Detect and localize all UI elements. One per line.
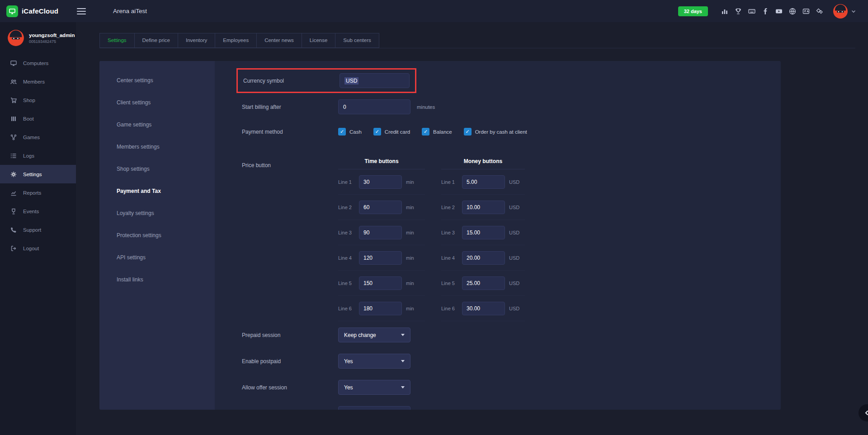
logout-icon	[10, 245, 17, 252]
sidebar-avatar[interactable]	[7, 29, 24, 47]
brand-name: iCafeCloud	[22, 7, 58, 15]
time-row: Line 1min	[338, 169, 425, 195]
sidebar-item-label: Boot	[23, 116, 34, 122]
allow-offer-session-select[interactable]: Yes	[338, 380, 410, 395]
sidebar-item-members[interactable]: Members	[0, 72, 76, 91]
payment-method-label: Payment method	[242, 129, 338, 135]
logs-icon	[10, 152, 17, 159]
cart-icon	[10, 97, 17, 104]
settings-nav-client[interactable]: Client settings	[99, 91, 215, 113]
checkbox-cash[interactable]: Cash	[338, 128, 362, 136]
sidebar-item-label: Computers	[23, 61, 48, 66]
partial-next-control[interactable]	[338, 406, 410, 410]
tab-center-news[interactable]: Center news	[256, 33, 302, 48]
brand: iCafeCloud	[0, 5, 76, 17]
time-row: Line 6min	[338, 296, 425, 321]
settings-nav-shop[interactable]: Shop settings	[99, 158, 215, 180]
sidebar-item-logout[interactable]: Logout	[0, 239, 76, 257]
user-avatar[interactable]	[833, 4, 848, 19]
license-days-badge[interactable]: 32 days	[678, 6, 708, 16]
checked-icon	[422, 128, 429, 136]
tab-employees[interactable]: Employees	[215, 33, 257, 48]
line-label: Line 1	[338, 179, 359, 185]
checkbox-credit-card[interactable]: Credit card	[373, 128, 410, 136]
sidebar-item-label: Events	[23, 209, 39, 214]
layers-icon[interactable]	[816, 7, 824, 15]
line-label: Line 4	[338, 255, 359, 261]
time-input-4[interactable]	[359, 251, 402, 265]
currency-input[interactable]: USD	[340, 73, 410, 88]
enable-postpaid-select[interactable]: Yes	[338, 354, 410, 369]
settings-nav-protection[interactable]: Protection settings	[99, 224, 215, 246]
boot-icon	[10, 115, 17, 122]
time-input-2[interactable]	[359, 201, 402, 214]
facebook-icon[interactable]	[761, 7, 769, 15]
checkbox-balance[interactable]: Balance	[422, 128, 452, 136]
money-input-2[interactable]	[462, 201, 505, 214]
line-label: Line 4	[441, 255, 462, 261]
money-input-5[interactable]	[462, 276, 505, 290]
sidebar-item-shop[interactable]: Shop	[0, 91, 76, 109]
username: youngzsoft_admin	[29, 33, 75, 38]
money-input-1[interactable]	[462, 175, 505, 189]
time-input-3[interactable]	[359, 226, 402, 239]
globe-icon[interactable]	[788, 7, 797, 15]
sidebar-item-reports[interactable]: Reports	[0, 183, 76, 202]
start-billing-input[interactable]	[338, 99, 410, 114]
tab-define-price[interactable]: Define price	[134, 33, 178, 48]
sidebar-item-computers[interactable]: Computers	[0, 54, 76, 72]
sidebar-item-logs[interactable]: Logs	[0, 146, 76, 165]
settings-nav-loyalty[interactable]: Loyalty settings	[99, 202, 215, 224]
sidebar-item-games[interactable]: Games	[0, 128, 76, 146]
money-row: Line 3USD	[441, 220, 525, 245]
time-unit: min	[406, 306, 414, 311]
money-unit: USD	[509, 281, 519, 286]
time-row: Line 3min	[338, 220, 425, 245]
settings-nav-api[interactable]: API settings	[99, 246, 215, 268]
sidebar-item-boot[interactable]: Boot	[0, 109, 76, 128]
stats-icon[interactable]	[721, 7, 729, 15]
select-value: Keep change	[344, 332, 376, 338]
time-unit: min	[406, 281, 414, 286]
time-input-5[interactable]	[359, 276, 402, 290]
settings-nav-install-links[interactable]: Install links	[99, 268, 215, 290]
menu-icon[interactable]	[77, 6, 86, 16]
sidebar-item-label: Shop	[23, 98, 35, 103]
settings-nav-payment-tax[interactable]: Payment and Tax	[99, 180, 215, 202]
tab-inventory[interactable]: Inventory	[178, 33, 215, 48]
line-label: Line 5	[441, 281, 462, 286]
tab-settings[interactable]: Settings	[99, 33, 135, 48]
allow-offer-session-label: Allow offer session	[242, 384, 338, 391]
keyboard-icon[interactable]	[748, 7, 756, 15]
time-input-1[interactable]	[359, 175, 402, 189]
sidebar-item-events[interactable]: Events	[0, 202, 76, 220]
youtube-icon[interactable]	[775, 7, 783, 15]
time-unit: min	[406, 179, 414, 185]
tab-sub-centers[interactable]: Sub centers	[335, 33, 379, 48]
time-row: Line 5min	[338, 271, 425, 296]
checked-icon	[373, 128, 381, 136]
settings-nav-members[interactable]: Members settings	[99, 136, 215, 158]
sidebar-item-support[interactable]: Support	[0, 220, 76, 239]
money-input-4[interactable]	[462, 251, 505, 265]
money-input-6[interactable]	[462, 302, 505, 315]
sidebar-item-settings[interactable]: Settings	[0, 165, 76, 183]
settings-nav-center[interactable]: Center settings	[99, 69, 215, 91]
tab-license[interactable]: License	[302, 33, 336, 48]
settings-nav-game[interactable]: Game settings	[99, 113, 215, 136]
sidebar-nav: Computers Members Shop Boot Games Logs S…	[0, 54, 76, 257]
checkbox-order-by-cash[interactable]: Order by cash at client	[464, 128, 527, 136]
chevron-down-icon[interactable]	[851, 9, 856, 14]
trophy-icon[interactable]	[734, 7, 742, 15]
money-input-3[interactable]	[462, 226, 505, 239]
line-label: Line 3	[338, 230, 359, 235]
line-label: Line 6	[338, 306, 359, 311]
prepaid-session-select[interactable]: Keep change	[338, 327, 410, 342]
users-icon	[10, 78, 17, 85]
sidebar: youngzsoft_admin 005193482475 Computers …	[0, 22, 76, 435]
translate-icon[interactable]	[802, 7, 810, 15]
time-input-6[interactable]	[359, 302, 402, 315]
settings-nav: Center settings Client settings Game set…	[99, 61, 215, 410]
money-row: Line 4USD	[441, 245, 525, 271]
app-logo-icon	[6, 5, 18, 17]
